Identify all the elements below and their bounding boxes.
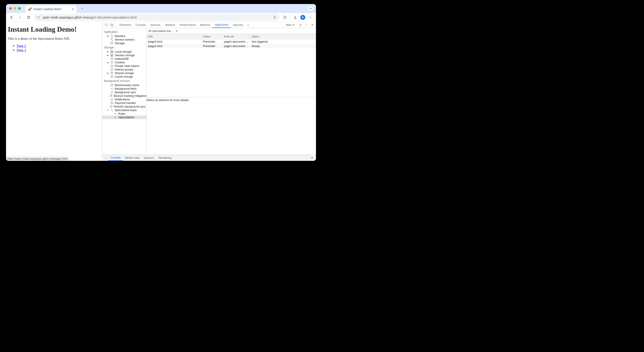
cell-status: Not triggered xyxy=(250,39,316,44)
sidebar-item-speculative-loads[interactable]: ▼Speculative loads xyxy=(102,108,146,112)
sidebar-item-label: Cache storage xyxy=(115,75,133,78)
column-header-ruleset[interactable]: Rule set xyxy=(223,34,250,39)
sidebar-item-cache-storage[interactable]: ▶Cache storage xyxy=(102,75,146,78)
sidebar-item-interest-groups[interactable]: ▶Interest groups xyxy=(102,68,146,71)
devtools-menu-button[interactable] xyxy=(304,22,308,27)
filter-dropdown[interactable]: All speculative loa… xyxy=(148,29,178,32)
drawer-tab-console[interactable]: Console xyxy=(108,155,123,161)
bell-icon xyxy=(110,98,114,101)
window-controls xyxy=(9,7,21,10)
svg-point-32 xyxy=(106,157,106,157)
reload-button[interactable] xyxy=(25,14,32,21)
sidebar-item-rules[interactable]: ▶Rules xyxy=(102,112,146,116)
sidebar-item-background-fetch[interactable]: ▶Background fetch xyxy=(102,87,146,91)
db-icon xyxy=(110,72,114,75)
db-icon xyxy=(110,94,112,97)
extensions-button[interactable] xyxy=(281,14,288,21)
devtools-tab-sources[interactable]: Sources xyxy=(148,22,163,28)
star-icon xyxy=(273,16,276,19)
browser-toolbar: open-chalk-asparagus.glitch.me/page1-doc… xyxy=(6,13,316,22)
labs-button[interactable] xyxy=(292,14,298,21)
browser-tab[interactable]: 🚀 Instant Loading Demo! ✕ xyxy=(25,5,76,13)
page-link[interactable]: Page 2 xyxy=(17,44,26,47)
table-row[interactable]: /page3.htmlPrerenderpage1-document-…Not … xyxy=(146,39,316,44)
sidebar-item-notifications[interactable]: ▶Notifications xyxy=(102,98,146,101)
close-drawer-button[interactable]: ✕ xyxy=(310,156,315,159)
minimize-window-button[interactable] xyxy=(14,7,16,10)
close-devtools-button[interactable]: ✕ xyxy=(310,22,315,27)
close-tab-button[interactable]: ✕ xyxy=(72,7,74,11)
sidebar-item-speculations[interactable]: ▶Speculations xyxy=(102,116,146,119)
svg-point-23 xyxy=(112,63,112,63)
devtools-tab-network[interactable]: Network xyxy=(163,22,178,28)
new-tab-button[interactable]: ＋ xyxy=(79,5,85,11)
svg-rect-2 xyxy=(37,18,38,18)
db-icon xyxy=(110,75,114,78)
svg-rect-0 xyxy=(37,16,38,17)
drawer-tab-what-s-new[interactable]: What's new xyxy=(123,155,142,161)
svg-rect-3 xyxy=(39,18,40,18)
sidebar-item-label: Speculative loads xyxy=(115,109,137,112)
target-selector[interactable]: Main xyxy=(284,23,297,26)
browser-window: 🚀 Instant Loading Demo! ✕ ＋ open-chalk-a… xyxy=(6,4,316,161)
sidebar-item-session-storage[interactable]: ▶Session storage xyxy=(102,53,146,57)
devtools-tab-elements[interactable]: Elements xyxy=(117,22,133,28)
url-host: open-chalk-asparagus.glitch.me xyxy=(43,16,87,19)
sidebar-item-back-forward-cache[interactable]: ▶Back/forward cache xyxy=(102,83,146,87)
cell-action: Prerender xyxy=(202,39,223,44)
devtools-tab-console[interactable]: Console xyxy=(133,22,148,28)
devtools-tab-memory[interactable]: Memory xyxy=(198,22,212,28)
sidebar-item-private-state-tokens[interactable]: ▶Private state tokens xyxy=(102,64,146,68)
devtools-tab-security[interactable]: Security xyxy=(231,22,245,28)
drawer-tab-rendering[interactable]: Rendering xyxy=(156,155,174,161)
close-window-button[interactable] xyxy=(9,7,12,10)
drawer-tab-sensors[interactable]: Sensors xyxy=(142,155,156,161)
profile-avatar[interactable]: B xyxy=(300,15,305,20)
sidebar-item-background-sync[interactable]: ▶Background sync xyxy=(102,91,146,94)
bookmark-button[interactable] xyxy=(272,15,277,20)
chrome-menu-button[interactable] xyxy=(307,14,314,21)
content-area: Instant Loading Demo! This is a demo of … xyxy=(6,22,316,161)
sidebar-item-bounce-tracking-mitigation[interactable]: ▶Bounce tracking mitigation xyxy=(102,94,146,98)
sidebar-item-payment-handler[interactable]: ▶Payment handler xyxy=(102,101,146,105)
devtools-tab-performance[interactable]: Performance xyxy=(178,22,198,28)
address-bar[interactable]: open-chalk-asparagus.glitch.me/page1-doc… xyxy=(34,14,280,21)
sidebar-item-local-storage[interactable]: ▶Local storage xyxy=(102,50,146,53)
site-settings-icon[interactable] xyxy=(36,15,40,19)
cookie-icon xyxy=(110,61,114,64)
tab-search-button[interactable] xyxy=(308,6,313,11)
sidebar-item-storage[interactable]: ▶Storage xyxy=(102,41,146,45)
clock-icon xyxy=(110,105,112,108)
updown-icon xyxy=(110,87,114,90)
drawer-menu-button[interactable] xyxy=(104,156,108,160)
page-heading: Instant Loading Demo! xyxy=(8,25,100,33)
cell-status: Ready xyxy=(250,44,316,48)
tab-title: Instant Loading Demo! xyxy=(34,7,62,11)
sidebar-group-heading: Background services xyxy=(102,78,146,83)
maximize-window-button[interactable] xyxy=(18,7,21,10)
devtools-settings-button[interactable] xyxy=(298,22,303,27)
cell-ruleset: page1-document-… xyxy=(223,44,250,48)
more-tabs-button[interactable]: » xyxy=(245,22,251,28)
column-header-url[interactable]: URL xyxy=(146,34,202,39)
sidebar-item-periodic-background-sync[interactable]: ▶Periodic background sync xyxy=(102,105,146,108)
sidebar-item-indexeddb[interactable]: ▶IndexedDB xyxy=(102,57,146,61)
sidebar-item-label: Periodic background sync xyxy=(114,105,146,108)
sidebar-item-label: Background sync xyxy=(115,91,136,94)
inspect-element-button[interactable] xyxy=(104,22,109,28)
sidebar-item-label: Shared storage xyxy=(115,72,134,75)
column-header-action[interactable]: Action xyxy=(202,34,223,39)
svg-point-7 xyxy=(310,18,311,19)
sidebar-item-manifest[interactable]: ▶Manifest xyxy=(102,34,146,38)
table-row[interactable]: /page2.htmlPrerenderpage1-document-…Read… xyxy=(146,44,316,48)
sidebar-item-cookies[interactable]: ▶Cookies xyxy=(102,61,146,64)
sidebar-item-service-workers[interactable]: ▶Service workers xyxy=(102,38,146,41)
column-header-status[interactable]: Status xyxy=(250,34,316,39)
sidebar-item-shared-storage[interactable]: ▶Shared storage xyxy=(102,71,146,75)
device-toolbar-button[interactable] xyxy=(109,22,114,28)
db-icon xyxy=(110,42,114,45)
svg-point-34 xyxy=(106,158,106,159)
back-button[interactable] xyxy=(8,14,15,21)
devtools-tab-application[interactable]: Application xyxy=(212,22,230,28)
page-link[interactable]: Page 3 xyxy=(17,48,26,52)
